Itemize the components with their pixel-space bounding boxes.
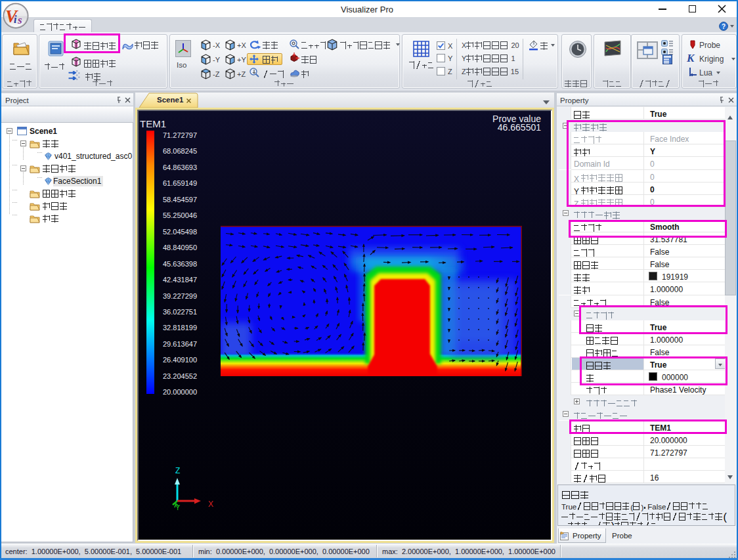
svg-text:Z: Z — [175, 466, 180, 475]
svg-text:i: i — [14, 14, 17, 25]
svg-text:s: s — [17, 14, 22, 26]
svg-text:Y: Y — [175, 504, 181, 511]
svg-text:?: ? — [722, 23, 726, 30]
svg-text:X: X — [208, 500, 213, 509]
